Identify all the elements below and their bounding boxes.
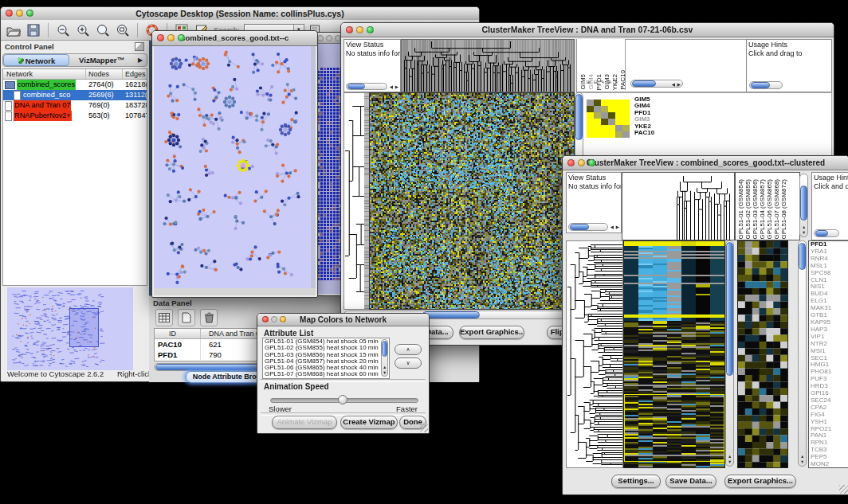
matrix-toolbar-icons[interactable]: ⊞ ⊟ ✎ ⊕ ➣ <box>587 79 619 84</box>
scroll-down-icon[interactable] <box>383 370 387 375</box>
network-icon <box>18 57 24 64</box>
zoom-fit-icon[interactable] <box>115 23 131 37</box>
close-icon[interactable] <box>567 159 575 166</box>
minimize-icon[interactable] <box>326 35 332 41</box>
col-edges[interactable]: Edges <box>123 69 147 79</box>
attribute-item[interactable]: GPL51-07 (GSM868) heat shock 60 min <box>263 371 389 377</box>
zoom-out-icon[interactable] <box>55 23 71 37</box>
open-session-icon[interactable] <box>6 23 22 37</box>
zoom-detail-heatmap[interactable] <box>737 240 788 468</box>
columns-vscrollbar[interactable] <box>799 174 808 237</box>
zoom-window-icon[interactable] <box>178 34 185 41</box>
scroll-up-icon[interactable] <box>383 365 387 369</box>
zoom-selected-icon[interactable] <box>95 23 111 37</box>
heatmap-vscrollbar[interactable] <box>725 240 734 467</box>
scroll-down-icon[interactable] <box>802 230 806 235</box>
network-row[interactable]: combined_scores2764(0)16218(0) <box>3 80 147 90</box>
scroll-up-icon[interactable] <box>802 225 806 229</box>
scroll-down-icon[interactable] <box>800 459 804 464</box>
close-icon[interactable] <box>6 10 13 17</box>
network-row[interactable]: combined_sco2569(6)13112(15) <box>3 90 147 100</box>
minimize-icon[interactable] <box>167 34 175 41</box>
row-dendrogram-canvas[interactable] <box>566 240 623 468</box>
treeview2-titlebar[interactable]: ClusterMaker TreeView : combined_scores_… <box>563 156 848 170</box>
export-graphics-button[interactable]: Export Graphics... <box>459 326 524 339</box>
scroll-left-icon[interactable] <box>672 82 675 87</box>
create-vizmap-button[interactable]: Create Vizmap <box>340 416 398 429</box>
tab-overflow-arrow[interactable]: ▶ <box>134 57 147 64</box>
network-scroll-gutter[interactable] <box>311 46 316 288</box>
network-table-header[interactable]: Network Nodes Edges <box>3 69 147 80</box>
move-down-button[interactable]: ∨ <box>395 357 422 369</box>
column-label: GPL51-06 (GSM865) <box>766 179 773 240</box>
view-status-hscrollbar[interactable] <box>346 83 387 90</box>
resize-grip[interactable] <box>419 424 428 432</box>
col-id[interactable]: ID <box>155 329 201 338</box>
tab-vizmapper[interactable]: VizMapper™ <box>69 54 134 66</box>
scroll-left-icon[interactable] <box>390 84 393 89</box>
view-status-hscrollbar[interactable] <box>568 223 608 231</box>
network-row[interactable]: RNAPuberNov2+563(0)107847(0) <box>3 111 147 121</box>
slider-thumb[interactable] <box>338 395 347 404</box>
network-canvas[interactable] <box>154 46 311 288</box>
detail-vscrollbar[interactable] <box>798 240 807 467</box>
attribute-list-vscrollbar[interactable] <box>381 339 388 377</box>
minimize-icon[interactable] <box>356 26 363 33</box>
minimize-icon[interactable] <box>578 159 585 166</box>
main-titlebar[interactable]: Cytoscape Desktop (Session Name: collins… <box>1 7 479 21</box>
animation-speed-slider[interactable] <box>270 398 418 403</box>
close-icon[interactable] <box>262 316 269 322</box>
network-overview-thumbnail[interactable] <box>7 287 133 370</box>
settings-button[interactable]: Settings... <box>611 475 661 488</box>
treeview1-titlebar[interactable]: ClusterMaker TreeView : DNA and Tran 07-… <box>341 23 834 37</box>
network-window-titlebar[interactable]: combined_scores_good.txt--cluste... <box>152 31 317 46</box>
correlation-matrix[interactable] <box>587 100 630 138</box>
scroll-right-icon[interactable] <box>395 84 398 89</box>
column-dendrogram-canvas[interactable] <box>622 172 735 240</box>
zoom-window-icon[interactable] <box>280 316 286 322</box>
node-count: 2569(6) <box>86 90 123 100</box>
treeview1-title: ClusterMaker TreeView : DNA and Tran 07-… <box>482 23 693 37</box>
close-icon[interactable] <box>317 35 324 41</box>
scroll-up-icon[interactable] <box>728 454 732 459</box>
save-data-button[interactable]: Save Data... <box>665 475 716 488</box>
col-network[interactable]: Network <box>3 69 86 79</box>
zoom-window-icon[interactable] <box>367 26 374 33</box>
usage-hints-hscrollbar[interactable] <box>749 81 783 89</box>
column-dendrogram-canvas[interactable] <box>401 39 575 92</box>
usage-hints-hscrollbar[interactable] <box>814 229 839 237</box>
close-icon[interactable] <box>346 26 353 33</box>
scroll-down-icon[interactable] <box>728 459 732 464</box>
attribute-list[interactable]: GPL51-01 (GSM854) heat shock 05 minGPL51… <box>262 338 390 379</box>
minimize-icon[interactable] <box>271 316 277 322</box>
scroll-right-icon[interactable] <box>677 82 681 87</box>
row-dendrogram-canvas[interactable] <box>344 92 370 310</box>
zoom-window-icon[interactable] <box>588 159 595 166</box>
move-up-button[interactable]: ∧ <box>395 344 422 355</box>
column-label: GPL51-02 (GSM855) <box>744 179 752 240</box>
heatmap-canvas[interactable] <box>369 92 575 310</box>
new-attribute-icon[interactable] <box>178 309 195 326</box>
detach-panel-icon[interactable] <box>135 42 144 51</box>
scroll-up-icon[interactable] <box>800 454 804 459</box>
matrix-hscrollbar[interactable] <box>630 80 683 88</box>
close-icon[interactable] <box>157 34 164 41</box>
tab-network[interactable]: Network <box>3 54 69 66</box>
dialog-titlebar[interactable]: Map Colors to Network <box>257 314 429 326</box>
scroll-right-icon[interactable] <box>616 225 619 229</box>
zoom-window-icon[interactable] <box>26 10 33 17</box>
network-row[interactable]: DNA and Tran 07769(0)183728(0) <box>3 100 147 111</box>
export-graphics-button[interactable]: Export Graphics... <box>724 475 796 488</box>
gene-list[interactable]: PFD1YRA1RNR4MSL1SPC98CLN1NIS1BUD4ELG1MAK… <box>808 240 848 468</box>
matrix-cell <box>622 106 630 112</box>
zoom-in-icon[interactable] <box>75 23 91 37</box>
resize-grip[interactable] <box>839 485 848 494</box>
minimize-icon[interactable] <box>16 10 23 17</box>
matrix-cell <box>622 100 630 106</box>
heatmap-canvas[interactable] <box>623 240 725 468</box>
delete-attribute-icon[interactable] <box>200 309 218 326</box>
scroll-left-icon[interactable] <box>610 225 614 229</box>
attribute-grid-icon[interactable] <box>155 309 173 326</box>
save-session-icon[interactable] <box>26 23 41 37</box>
col-nodes[interactable]: Nodes <box>86 69 123 79</box>
